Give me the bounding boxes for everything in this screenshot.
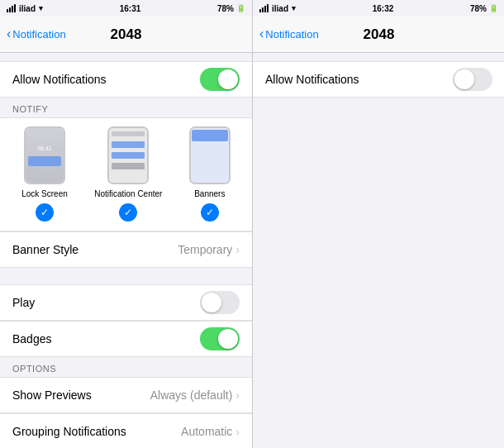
lock-time: 08:41	[37, 145, 52, 151]
play-row: Play	[0, 284, 252, 321]
wifi-icon-right: ▾	[292, 4, 296, 12]
status-right-right: 78% 🔋	[470, 4, 498, 13]
status-bar-left: iliad ▾ 16:31 78% 🔋	[0, 0, 252, 17]
allow-notifications-row: Allow Notifications	[0, 61, 252, 98]
back-label-right: Notification	[265, 28, 318, 41]
grouping-notifications-chevron: ›	[235, 425, 240, 438]
nav-title-right: 2048	[364, 26, 395, 43]
banner-style-value-container: Temporary ›	[178, 243, 240, 256]
banner-preview	[191, 128, 229, 183]
banner-mockup	[189, 126, 231, 184]
battery-percent: 78%	[217, 4, 234, 13]
banners-check[interactable]: ✓	[201, 203, 219, 222]
show-previews-value-container: Always (default) ›	[150, 388, 240, 402]
banner-style-row[interactable]: Banner Style Temporary ›	[0, 231, 252, 268]
options-section-header: OPTIONS	[0, 357, 252, 377]
notification-center-check[interactable]: ✓	[119, 203, 137, 222]
battery-icon-right: 🔋	[489, 4, 498, 12]
badges-row: Badges	[0, 321, 252, 357]
badges-label: Badges	[12, 332, 51, 346]
allow-notifications-toggle[interactable]	[200, 68, 240, 91]
play-toggle[interactable]	[200, 291, 240, 314]
signal-icon	[7, 4, 16, 12]
notif-row-3	[112, 163, 145, 169]
show-previews-value: Always (default)	[150, 388, 233, 402]
carrier-label: iliad	[19, 4, 36, 13]
banner-style-chevron: ›	[235, 243, 240, 256]
nav-bar-right: ‹ Notification 2048	[253, 17, 504, 53]
lock-notif-bar	[28, 156, 61, 166]
notif-row-1	[112, 141, 145, 148]
notif-header-bar	[112, 131, 145, 136]
grouping-notifications-label: Grouping Notifications	[12, 425, 126, 438]
grouping-notifications-value: Automatic	[181, 425, 232, 438]
lock-screen-card[interactable]: 08:41 Lock Screen ✓	[21, 126, 68, 222]
badges-toggle[interactable]	[200, 327, 240, 350]
grouping-notifications-row[interactable]: Grouping Notifications Automatic ›	[0, 413, 252, 448]
allow-notifications-label: Allow Notifications	[12, 73, 107, 86]
lock-screen-label: Lock Screen	[21, 189, 68, 198]
banner-style-label: Banner Style	[12, 243, 78, 256]
allow-notifications-row-right: Allow Notifications	[253, 61, 504, 98]
battery-icon: 🔋	[236, 4, 245, 12]
show-previews-label: Show Previews	[12, 388, 92, 402]
back-chevron-right: ‹	[259, 27, 264, 41]
lock-screen-mockup: 08:41	[24, 126, 65, 184]
right-screen: iliad ▾ 16:32 78% 🔋 ‹ Notification 2048 …	[253, 0, 504, 448]
left-screen: iliad ▾ 16:31 78% 🔋 ‹ Notification 2048 …	[0, 0, 252, 448]
notify-section-header: NOTIFY	[0, 98, 252, 117]
show-previews-chevron: ›	[235, 388, 240, 402]
notify-cards-container: 08:41 Lock Screen ✓ Notificat	[8, 126, 244, 226]
allow-notifications-toggle-right[interactable]	[453, 68, 492, 91]
status-left: iliad ▾	[7, 4, 43, 13]
lock-screen-check[interactable]: ✓	[36, 203, 54, 222]
notification-center-label: Notification Center	[94, 189, 162, 198]
back-button-left[interactable]: ‹ Notification	[7, 28, 66, 41]
carrier-label-right: iliad	[272, 4, 288, 13]
banners-card[interactable]: Banners ✓	[189, 126, 231, 222]
banner-bar	[192, 130, 228, 141]
notif-center-mockup	[107, 126, 149, 184]
back-chevron-left: ‹	[7, 27, 11, 41]
lock-screen-preview: 08:41	[26, 128, 64, 183]
status-right: 78% 🔋	[217, 4, 245, 13]
battery-percent-right: 78%	[470, 4, 487, 13]
time-display-right: 16:32	[373, 4, 394, 13]
notify-cards-section: 08:41 Lock Screen ✓ Notificat	[0, 117, 252, 231]
notif-row-2	[112, 152, 145, 159]
banners-label: Banners	[194, 189, 225, 198]
status-bar-right: iliad ▾ 16:32 78% 🔋	[253, 0, 504, 17]
back-label-left: Notification	[12, 28, 65, 41]
allow-notifications-label-right: Allow Notifications	[265, 73, 359, 86]
nav-title-left: 2048	[111, 26, 142, 43]
notification-center-card[interactable]: Notification Center ✓	[94, 126, 162, 222]
time-display: 16:31	[120, 4, 141, 13]
status-left-right: iliad ▾	[259, 4, 296, 13]
notif-center-preview	[109, 128, 147, 183]
nav-bar-left: ‹ Notification 2048	[0, 17, 252, 53]
wifi-icon: ▾	[39, 4, 43, 12]
back-button-right[interactable]: ‹ Notification	[259, 28, 319, 41]
show-previews-row[interactable]: Show Previews Always (default) ›	[0, 377, 252, 413]
play-label: Play	[12, 296, 35, 309]
signal-icon-right	[259, 4, 269, 12]
banner-style-value: Temporary	[178, 243, 232, 256]
grouping-notifications-value-container: Automatic ›	[181, 425, 240, 438]
